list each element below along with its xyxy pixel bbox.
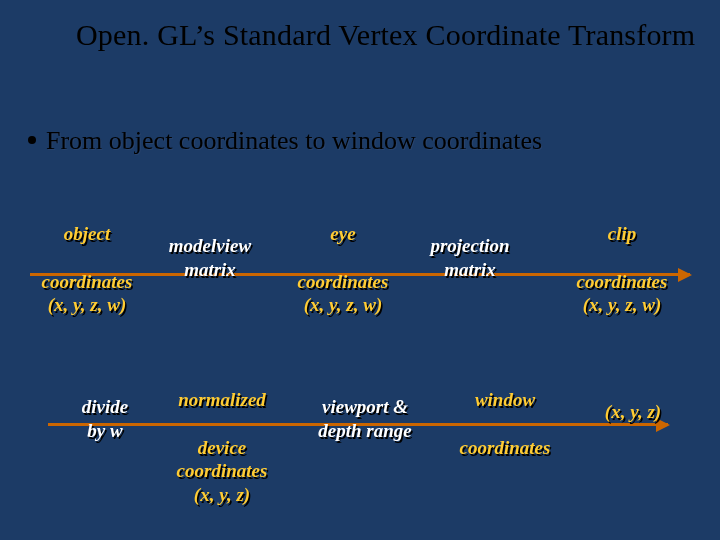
stage-window: window coordinates: [440, 388, 570, 459]
stage-ndc: normalized device coordinates (x, y, z): [162, 388, 282, 507]
bullet-dot-icon: [28, 136, 36, 144]
bullet-text: From object coordinates to window coordi…: [46, 126, 542, 156]
page-title: Open. GL’s Standard Vertex Coordinate Tr…: [76, 18, 695, 53]
bullet-item: From object coordinates to window coordi…: [28, 126, 542, 156]
box-modelview: modelview matrix: [155, 234, 265, 282]
stage-eye: eye coordinates (x, y, z, w): [288, 222, 398, 317]
box-viewport: viewport & depth range: [300, 395, 430, 443]
stage-object: object coordinates (x, y, z, w): [32, 222, 142, 317]
stage-window-xyz: (x, y, z): [588, 400, 678, 424]
box-projection: projection matrix: [415, 234, 525, 282]
box-divide-by-w: divide by w: [60, 395, 150, 443]
stage-clip: clip coordinates (x, y, z, w): [562, 222, 682, 317]
slide: Open. GL’s Standard Vertex Coordinate Tr…: [0, 0, 720, 540]
